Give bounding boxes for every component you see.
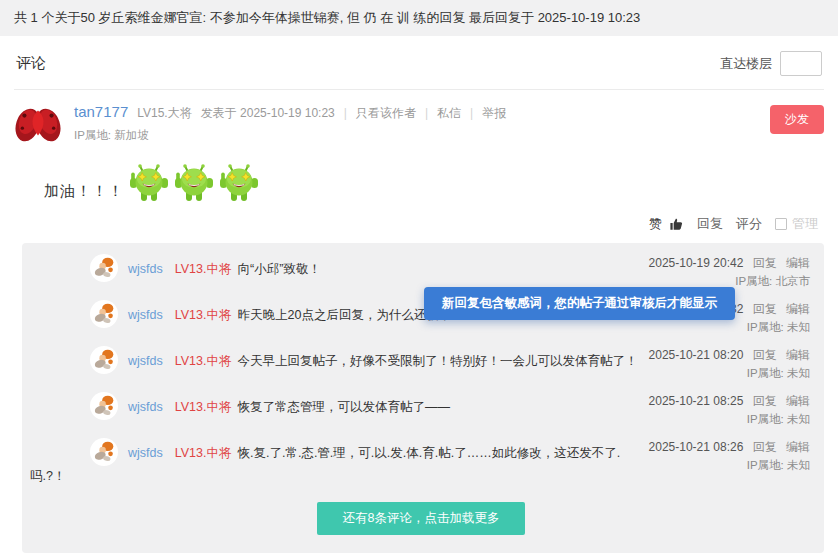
thread-summary-text: 共 1 个关于50 岁丘索维金娜官宣: 不参加今年体操世锦赛, 但 仍 在 训 … (14, 10, 640, 25)
reply-text: 向“小邱”致敬！ (237, 262, 320, 276)
like-button[interactable]: 赞 (649, 215, 662, 233)
reply-user-avatar[interactable] (90, 346, 118, 374)
reply-ip-location: IP属地: 未知 (649, 364, 810, 382)
main-post-header: tan7177 LV15.大将 发表于 2025-10-19 10:23 只看该… (14, 103, 824, 147)
user-avatar[interactable] (14, 103, 62, 147)
reply-reply-link[interactable]: 回复 (753, 440, 777, 454)
reply-button[interactable]: 回复 (697, 215, 723, 233)
username-link[interactable]: tan7177 (74, 103, 128, 120)
moderation-tooltip: 新回复包含敏感词，您的帖子通过审核后才能显示 (424, 287, 735, 320)
reply-reply-link[interactable]: 回复 (753, 302, 777, 316)
reply-text: 恢复了常态管理，可以发体育帖了—— (237, 400, 450, 414)
post-content: 加油！！！ (44, 155, 824, 203)
post-action-bar: 赞 回复 评分 管理 (14, 215, 818, 233)
reply-timestamp: 2025-10-21 08:26 (649, 440, 744, 454)
manage-button[interactable]: 管理 (792, 215, 818, 233)
reply-edit-link[interactable]: 编辑 (786, 394, 810, 408)
android-emoji-icon (174, 163, 214, 203)
reply-text: 昨天晚上20点之后回复，为什么还被审 (237, 308, 451, 322)
post-timestamp: 发表于 2025-10-19 10:23 (201, 105, 335, 122)
reply-text: 今天早上回复帖子，好像不受限制了！特别好！一会儿可以发体育帖了！ (237, 354, 637, 368)
comments-title: 评论 (16, 54, 46, 73)
reply-username-link[interactable]: wjsfds (128, 354, 163, 368)
reply-reply-link[interactable]: 回复 (753, 394, 777, 408)
reply-ip-location: IP属地: 未知 (649, 410, 810, 428)
floor-badge-sofa: 沙发 (770, 105, 824, 134)
jump-to-floor-label: 直达楼层 (720, 55, 772, 73)
reply-user-level: LV13.中将 (175, 308, 232, 322)
reply-text: 恢.复.了.常.态.管.理，可.以.发.体.育.帖.了……如此修改，这还发不了.… (30, 446, 620, 483)
reply-username-link[interactable]: wjsfds (128, 308, 163, 322)
load-more-comments-button[interactable]: 还有8条评论，点击加载更多 (317, 502, 526, 535)
reply-user-level: LV13.中将 (175, 446, 232, 460)
android-emoji-icon (219, 163, 259, 203)
reply-item: 2025-10-21 08:26 回复 编辑 IP属地: 未知 wjsfdsLV… (22, 433, 820, 492)
reply-user-level: LV13.中将 (175, 262, 232, 276)
comments-header: 评论 直达楼层 (14, 36, 824, 90)
reply-reply-link[interactable]: 回复 (753, 256, 777, 270)
reply-edit-link[interactable]: 编辑 (786, 302, 810, 316)
reply-user-avatar[interactable] (90, 438, 118, 466)
reply-timestamp: 2025-10-21 08:20 (649, 348, 744, 362)
reply-timestamp: 2025-10-19 20:42 (649, 256, 744, 270)
replies-list: 2025-10-19 20:42 回复 编辑 IP属地: 北京市 wjsfdsL… (22, 243, 824, 553)
ip-location: IP属地: 新加坡 (74, 128, 770, 143)
reply-reply-link[interactable]: 回复 (753, 348, 777, 362)
user-level-badge: LV15.大将 (137, 105, 191, 122)
rate-button[interactable]: 评分 (736, 215, 762, 233)
thumbs-up-icon[interactable] (669, 217, 684, 232)
reply-user-avatar[interactable] (90, 254, 118, 282)
jump-to-floor: 直达楼层 (720, 51, 822, 76)
reply-user-level: LV13.中将 (175, 400, 232, 414)
reply-edit-link[interactable]: 编辑 (786, 348, 810, 362)
jump-to-floor-input[interactable] (780, 51, 822, 76)
reply-edit-link[interactable]: 编辑 (786, 256, 810, 270)
reply-item: 2025-10-21 08:20 回复 编辑 IP属地: 未知 wjsfdsLV… (22, 341, 820, 387)
comments-panel: 评论 直达楼层 tan7177 LV15.大将 发表于 2025-10-19 1… (0, 36, 838, 555)
view-author-link[interactable]: 只看该作者 (344, 105, 416, 122)
manage-checkbox[interactable] (775, 218, 787, 230)
post-text: 加油！！！ (44, 182, 124, 203)
reply-user-avatar[interactable] (90, 300, 118, 328)
private-message-link[interactable]: 私信 (425, 105, 461, 122)
android-emoji-icon (129, 163, 169, 203)
reply-ip-location: IP属地: 未知 (649, 456, 810, 474)
reply-edit-link[interactable]: 编辑 (786, 440, 810, 454)
reply-username-link[interactable]: wjsfds (128, 262, 163, 276)
reply-user-level: LV13.中将 (175, 354, 232, 368)
reply-ip-location: IP属地: 未知 (697, 318, 810, 336)
reply-user-avatar[interactable] (90, 392, 118, 420)
thread-summary-bar: 共 1 个关于50 岁丘索维金娜官宣: 不参加今年体操世锦赛, 但 仍 在 训 … (0, 0, 838, 36)
report-link[interactable]: 举报 (470, 105, 506, 122)
reply-timestamp: 2025-10-21 08:25 (649, 394, 744, 408)
reply-item: 2025-10-21 08:25 回复 编辑 IP属地: 未知 wjsfdsLV… (22, 387, 820, 433)
reply-username-link[interactable]: wjsfds (128, 446, 163, 460)
reply-username-link[interactable]: wjsfds (128, 400, 163, 414)
